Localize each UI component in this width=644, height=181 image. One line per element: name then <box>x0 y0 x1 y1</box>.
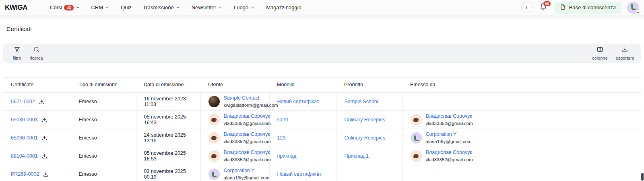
certificate-cell: 5671-0002 <box>3 93 71 111</box>
product-cell: Приклад 1 <box>336 147 402 165</box>
certificate-link[interactable]: 5671-0002 <box>11 99 35 104</box>
issuer-name-link[interactable]: Владислав Сорочук <box>426 113 473 120</box>
chevron-down-icon <box>176 5 180 10</box>
search-button[interactable]: ricerca <box>27 44 46 62</box>
issue-date-cell: 16 novembre 2023 11:03 <box>136 93 200 111</box>
product-link[interactable]: Culinary Recepies <box>345 135 385 141</box>
product-cell: Culinary Recepies <box>336 129 402 147</box>
template-link[interactable]: 123 <box>277 135 286 141</box>
user-name-link[interactable]: Владислав Сорочук <box>224 113 271 120</box>
nav-item-crm[interactable]: CRM <box>91 4 110 10</box>
filter-button[interactable]: filtro <box>7 44 27 62</box>
scrollbar-thumb[interactable] <box>641 173 644 181</box>
account-avatar[interactable] <box>627 2 639 14</box>
issue-date-cell: 24 settembre 2025 13:15 <box>136 129 200 147</box>
table-row: 65036-0001 Emesso 24 settembre 2025 13:1… <box>3 129 641 147</box>
header-emesso-da: Emesso da <box>402 78 641 93</box>
certificate-link[interactable]: 88104-0001 <box>11 153 38 159</box>
download-icon[interactable] <box>43 171 49 177</box>
template-link[interactable]: приклад <box>277 153 297 159</box>
issued-by-cell <box>402 93 641 111</box>
nav-label: Luogo <box>234 4 248 10</box>
table-row: 88104-0001 Emesso 05 novembre 2025 16:53… <box>3 147 641 165</box>
dino-avatar <box>411 132 422 144</box>
user-name-link[interactable]: Владислав Сорочук <box>224 150 271 156</box>
issued-by-cell: Corporation Y alana13ty@gmail.com <box>402 129 641 147</box>
add-button[interactable]: + <box>521 2 533 13</box>
search-label: ricerca <box>29 56 43 60</box>
header-certificato: Certificato <box>3 78 71 93</box>
columns-button[interactable]: colonne <box>590 44 610 62</box>
nav-item-newsletter[interactable]: Newsletter <box>192 4 223 10</box>
template-link[interactable]: Новий сертифікат <box>277 99 319 104</box>
user-cell: Sample Contact kwigaplatform@gmail.com <box>200 93 269 111</box>
table-row: PR269-0002 Emesso 03 novembre 2025 00:19… <box>3 165 641 181</box>
issue-date-cell: 05 novembre 2025 16:43 <box>136 111 200 129</box>
product-link[interactable]: Sample School <box>345 99 378 104</box>
user-email: vlad33352@gmail.com <box>224 157 271 162</box>
main-nav: Corsi32CRMQuizTrasmissioneNewsletterLuog… <box>50 4 301 10</box>
nav-label: Corsi <box>50 4 62 10</box>
template-link[interactable]: Certf <box>277 117 288 123</box>
user-name-link[interactable]: Sample Contact <box>224 95 278 102</box>
download-icon[interactable] <box>39 99 45 105</box>
page-header: Certificati <box>0 19 644 40</box>
nav-item-quiz[interactable]: Quiz <box>121 4 132 10</box>
export-label: esportare <box>616 56 634 60</box>
certificate-cell: 65036-0003 <box>3 111 71 129</box>
bison-avatar <box>208 114 220 125</box>
user-name-link[interactable]: Владислав Сорочук <box>224 131 271 138</box>
table-row: 5671-0002 Emesso 16 novembre 2023 11:03 … <box>3 93 641 111</box>
bison-avatar <box>411 114 422 125</box>
download-icon[interactable] <box>41 153 47 159</box>
issuer-name-link[interactable]: Владислав Сорочук <box>426 150 473 156</box>
nav-item-corsi[interactable]: Corsi32 <box>50 4 80 10</box>
nav-label: Newsletter <box>192 4 216 10</box>
user-cell: Corporation Y alana13ty@gmail.com <box>200 165 269 181</box>
nav-item-luogo[interactable]: Luogo <box>234 4 255 10</box>
knowledge-base-button[interactable]: Base di conoscenza <box>554 2 621 14</box>
columns-label: colonne <box>592 56 608 60</box>
download-icon <box>621 46 628 54</box>
issue-type-cell: Emesso <box>71 93 136 111</box>
chevron-down-icon <box>76 5 80 10</box>
user-name-link[interactable]: Corporation Y <box>224 168 270 174</box>
issued-by-cell: Владислав Сорочук vlad33352@gmail.com <box>402 111 641 129</box>
dino-avatar <box>208 169 220 180</box>
template-cell: Certf <box>269 111 336 129</box>
header-tipo-di-emissione: Tipo di emissione <box>71 78 136 93</box>
download-icon[interactable] <box>41 117 47 123</box>
nav-label: CRM <box>91 4 103 10</box>
template-cell: Новий сертифікат <box>269 93 336 111</box>
page-title: Certificati <box>6 25 638 32</box>
product-link[interactable]: Culinary Recepies <box>345 117 385 123</box>
issuer-name-link[interactable]: Corporation Y <box>426 131 472 138</box>
product-link[interactable]: Приклад 1 <box>345 153 369 159</box>
topbar-actions: + 99 Base di conoscenza <box>521 2 639 14</box>
certificate-link[interactable]: 65036-0001 <box>11 135 38 141</box>
user-cell: Владислав Сорочук vlad33352@gmail.com <box>200 129 269 147</box>
chevron-down-icon <box>218 5 223 10</box>
notifications-badge: 99 <box>543 1 551 7</box>
nav-badge: 32 <box>64 5 73 10</box>
template-cell: Новый сертификат <box>269 165 336 181</box>
product-cell: Culinary Recepies <box>336 111 402 129</box>
certificate-link[interactable]: PR269-0002 <box>11 171 39 177</box>
notifications-button[interactable]: 99 <box>538 2 549 13</box>
page-content: Certificati filtro ricerca <box>0 19 644 181</box>
issued-by-cell: Владислав Сорочук vlad33352@gmail.com <box>402 147 641 165</box>
template-link[interactable]: Новый сертификат <box>277 171 322 177</box>
user-email: kwigaplatform@gmail.com <box>224 102 278 108</box>
certificate-link[interactable]: 65036-0003 <box>11 117 38 123</box>
download-icon[interactable] <box>41 135 47 141</box>
issuer-email: vlad33352@gmail.com <box>426 157 473 162</box>
template-cell: 123 <box>269 129 336 147</box>
user-email: alana13ty@gmail.com <box>224 175 270 181</box>
issue-date-cell: 03 novembre 2025 00:19 <box>136 165 200 181</box>
user-cell: Владислав Сорочук vlad33352@gmail.com <box>200 147 269 165</box>
nav-item-magazzinaggio[interactable]: Magazzinaggio <box>266 4 301 10</box>
nav-item-trasmissione[interactable]: Trasmissione <box>143 4 180 10</box>
issuer-email: alana13ty@gmail.com <box>426 139 472 144</box>
export-button[interactable]: esportare <box>613 44 637 62</box>
template-cell: приклад <box>269 147 336 165</box>
